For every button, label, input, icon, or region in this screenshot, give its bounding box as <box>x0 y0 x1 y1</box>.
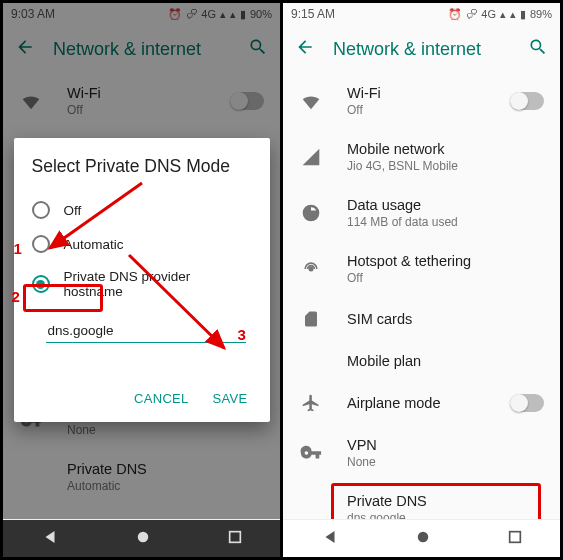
nav-back-icon[interactable] <box>321 528 339 550</box>
row-title: SIM cards <box>347 311 544 327</box>
row-title: Mobile network <box>347 141 544 157</box>
annotation-1: 1 <box>14 240 22 257</box>
row-title: Airplane mode <box>347 395 486 411</box>
radio-icon <box>32 201 50 219</box>
row-data-usage[interactable]: Data usage 114 MB of data used <box>283 185 560 241</box>
private-dns-dialog: Select Private DNS Mode Off Automatic Pr… <box>14 138 270 422</box>
status-icons: ⏰ 🗪 4G ▴ ▴ ▮ 89% <box>448 8 552 21</box>
save-button[interactable]: SAVE <box>213 391 248 406</box>
dialog-container: Select Private DNS Mode Off Automatic Pr… <box>3 3 280 557</box>
volte-icon: 🗪 <box>466 8 477 20</box>
dialog-title: Select Private DNS Mode <box>32 156 252 177</box>
svg-point-4 <box>309 267 314 272</box>
row-airplane[interactable]: Airplane mode <box>283 381 560 425</box>
net-badge: 4G <box>481 8 496 20</box>
page-title: Network & internet <box>333 39 510 60</box>
row-sub: Off <box>347 271 544 285</box>
status-bar: 9:15 AM ⏰ 🗪 4G ▴ ▴ ▮ 89% <box>283 3 560 25</box>
annotation-box-input <box>23 284 103 312</box>
row-sub: 114 MB of data used <box>347 215 544 229</box>
hotspot-icon <box>299 259 323 279</box>
row-vpn[interactable]: VPN None <box>283 425 560 481</box>
svg-rect-6 <box>509 531 520 542</box>
app-bar: Network & internet <box>283 25 560 73</box>
wifi-icon <box>299 90 323 112</box>
cancel-button[interactable]: CANCEL <box>134 391 189 406</box>
phone-right: 9:15 AM ⏰ 🗪 4G ▴ ▴ ▮ 89% Network & inter… <box>283 3 560 557</box>
row-title: Wi-Fi <box>347 85 486 101</box>
radio-icon <box>32 235 50 253</box>
settings-list: Wi-Fi Off Mobile network Jio 4G, BSNL Mo… <box>283 73 560 537</box>
airplane-icon <box>299 393 323 413</box>
radio-label: Automatic <box>64 237 124 252</box>
row-title: Hotspot & tethering <box>347 253 544 269</box>
row-wifi[interactable]: Wi-Fi Off <box>283 73 560 129</box>
row-mobile[interactable]: Mobile network Jio 4G, BSNL Mobile <box>283 129 560 185</box>
row-sub: Jio 4G, BSNL Mobile <box>347 159 544 173</box>
row-title: Data usage <box>347 197 544 213</box>
row-hotspot[interactable]: Hotspot & tethering Off <box>283 241 560 297</box>
sim-icon <box>299 309 323 329</box>
airplane-switch[interactable] <box>510 394 544 412</box>
annotation-3: 3 <box>238 326 246 343</box>
row-sub: Off <box>347 103 486 117</box>
radio-automatic[interactable]: Automatic <box>32 227 252 261</box>
signal-icon: ▴ <box>510 8 516 21</box>
row-title: Mobile plan <box>347 353 544 369</box>
signal-icon: ▴ <box>500 8 506 21</box>
radio-label: Off <box>64 203 82 218</box>
phone-left: 9:03 AM ⏰ 🗪 4G ▴ ▴ ▮ 90% Network & inter… <box>3 3 280 557</box>
battery-icon: ▮ <box>520 8 526 21</box>
row-sim[interactable]: SIM cards <box>283 297 560 341</box>
mobile-icon <box>299 147 323 167</box>
back-arrow-icon[interactable] <box>295 37 315 61</box>
vpn-key-icon <box>299 442 323 464</box>
wifi-switch[interactable] <box>510 92 544 110</box>
search-icon[interactable] <box>528 37 548 61</box>
nav-recent-icon[interactable] <box>507 529 523 549</box>
annotation-2: 2 <box>12 288 20 305</box>
nav-bar <box>283 519 560 557</box>
row-title: VPN <box>347 437 544 453</box>
dns-hostname-input[interactable] <box>46 319 246 343</box>
svg-point-5 <box>417 531 428 542</box>
row-sub: None <box>347 455 544 469</box>
battery-text: 89% <box>530 8 552 20</box>
status-time: 9:15 AM <box>291 7 335 21</box>
alarm-icon: ⏰ <box>448 8 462 21</box>
nav-home-icon[interactable] <box>414 528 432 550</box>
row-mobile-plan[interactable]: Mobile plan <box>283 341 560 381</box>
radio-off[interactable]: Off <box>32 193 252 227</box>
data-usage-icon <box>299 203 323 223</box>
